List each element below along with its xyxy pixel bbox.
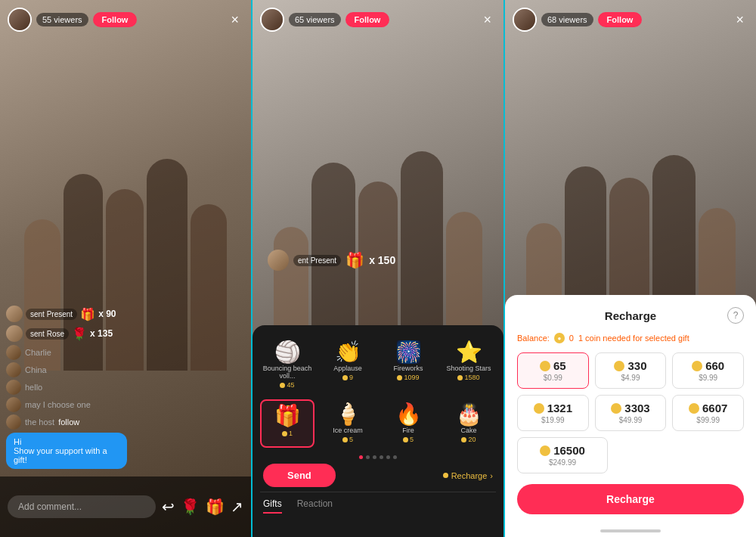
gift-name-0: Bouncing beach voll... [262,365,313,380]
comment-input-1[interactable] [8,495,156,518]
coin-dot-6 [403,437,408,442]
dot-5 [386,455,390,459]
help-icon[interactable]: ? [727,307,744,324]
share-icon-1[interactable]: ↩ [162,498,175,516]
follow-button-1[interactable]: Follow [93,12,138,27]
coin-option-6607[interactable]: 6607 $99.99 [672,395,744,431]
coin-option-price-5: $99.99 [676,416,740,424]
coin-option-660[interactable]: 660 $9.99 [672,352,744,389]
coin-option-amount-0: 65 [521,359,585,372]
gift-icon-2: 🌹 [72,327,87,341]
dot-2 [366,455,370,459]
tray-actions-2: Send Recharge › [260,464,496,487]
panel-3: 68 viewers Follow × Recharge ? Balance: … [505,0,756,537]
gift-price-7: 20 [461,436,476,443]
close-button-3[interactable]: × [731,11,748,29]
coin-option-coin-icon-1 [614,361,624,371]
balance-coin-icon: ● [554,333,565,343]
gift-item-7[interactable]: 🎂 Cake 20 [442,399,496,448]
gift-sent-label-1: sent Present [26,309,77,320]
coin-option-coin-icon-6 [540,445,550,456]
panel3-topbar: 68 viewers Follow × [513,8,748,32]
chat-message-host: the host follow [6,414,245,430]
dots-nav-2 [260,455,496,459]
gift-price-3: 1580 [457,374,479,381]
coin-option-16500[interactable]: 16500 $249.99 [517,437,608,473]
gift-price-0: 45 [280,381,294,389]
avatar-3 [513,8,537,32]
gift-item-0[interactable]: 🏐 Bouncing beach voll... 45 [260,337,314,393]
coin-dot-0 [280,383,285,388]
coin-option-330[interactable]: 330 $4.99 [595,352,667,389]
coin-option-price-2: $9.99 [676,374,740,382]
coin-option-coin-icon-4 [611,403,621,414]
gift-price-1: 9 [342,374,353,381]
send-icon-1[interactable]: ↗ [231,498,243,516]
dot-4 [380,455,383,459]
gift-emoji-6: 🔥 [395,404,422,425]
gift-emoji-2: 🎆 [395,342,422,363]
gift-sent-label-2: sent Rose [26,328,69,340]
coin-dot-3 [457,375,463,380]
balance-row: Balance: ● 0 1 coin needed for selected … [517,333,744,343]
chat-message-choose: may I choose one [6,397,245,412]
coin-option-price-4: $49.99 [599,416,663,424]
chat-message-china: China [6,362,245,377]
coin-option-price-0: $0.99 [521,374,585,382]
dot-6 [393,455,397,459]
gift-notification-1: sent Present 🎁 x 90 [6,306,245,322]
sn-avatar-2 [268,250,289,271]
viewer-badge-3: 68 viewers Follow [513,8,642,32]
coin-option-coin-icon-3 [534,403,544,414]
gift-name-3: Shooting Stars [446,365,491,372]
panel-2: 65 viewers Follow × ent Present 🎁 x 150 … [251,0,505,537]
tray-tab-reaction[interactable]: Reaction [297,498,333,514]
recharge-chevron-2: › [490,471,493,480]
coin-option-3303[interactable]: 3303 $49.99 [595,395,667,431]
gift-item-2[interactable]: 🎆 Fireworks 1099 [381,337,435,393]
coin-option-coin-icon-5 [689,403,699,414]
chat-message-charlie: Charlie [6,345,245,360]
coin-option-amount-5: 6607 [676,402,740,414]
coin-option-65[interactable]: 65 $0.99 [517,352,589,389]
send-button-2[interactable]: Send [263,464,336,487]
coin-option-1321[interactable]: 1321 $19.99 [517,395,589,431]
gift-item-4[interactable]: 🎁 1 [260,399,314,448]
gift-emoji-3: ⭐ [456,342,482,363]
recharge-title: Recharge [534,309,727,322]
gift-item-1[interactable]: 👏 Applause 9 [321,337,375,393]
gift-count-2: x 135 [90,328,113,339]
gift-item-6[interactable]: 🔥 Fire 5 [381,399,435,448]
gift-name-6: Fire [402,427,414,434]
gift-icon-bar-1[interactable]: 🎁 [206,498,225,516]
viewer-badge-2: 65 viewers Follow [260,8,389,32]
viewers-count-1: 55 viewers [36,13,88,26]
panel-1: 55 viewers Follow × sent Present 🎁 x 90 … [0,0,251,537]
coin-option-amount-3: 1321 [521,402,585,414]
close-button-1[interactable]: × [226,11,243,29]
coin-dot-4 [282,431,287,436]
gift-price-4: 1 [282,430,293,437]
recharge-action-button[interactable]: Recharge [517,484,744,514]
gift-item-5[interactable]: 🍦 Ice cream 5 [321,399,375,448]
chat-message-hello: hello [6,380,245,395]
tray-tab-gifts[interactable]: Gifts [263,498,282,514]
balance-amount: 0 [569,334,574,343]
follow-button-2[interactable]: Follow [345,12,390,27]
rose-icon-1[interactable]: 🌹 [181,498,200,516]
gift-emoji-1: 👏 [335,342,361,363]
recharge-panel-3: Recharge ? Balance: ● 0 1 coin needed fo… [505,295,756,537]
tray-tabs-2: GiftsReaction [260,492,496,514]
chat-avatar-choose [6,397,21,412]
coin-option-amount-1: 330 [599,359,663,372]
gift-name-1: Applause [333,365,362,372]
chat-avatar-host [6,414,21,430]
coin-dot-7 [461,437,466,442]
gift-icon-1: 🎁 [80,307,95,321]
follow-button-3[interactable]: Follow [598,12,643,27]
recharge-link-2[interactable]: Recharge › [443,471,493,480]
avatar-1 [8,8,32,32]
gift-item-3[interactable]: ⭐ Shooting Stars 1580 [442,337,496,393]
close-button-2[interactable]: × [479,11,496,29]
gift-emoji-4: 🎁 [274,405,301,427]
